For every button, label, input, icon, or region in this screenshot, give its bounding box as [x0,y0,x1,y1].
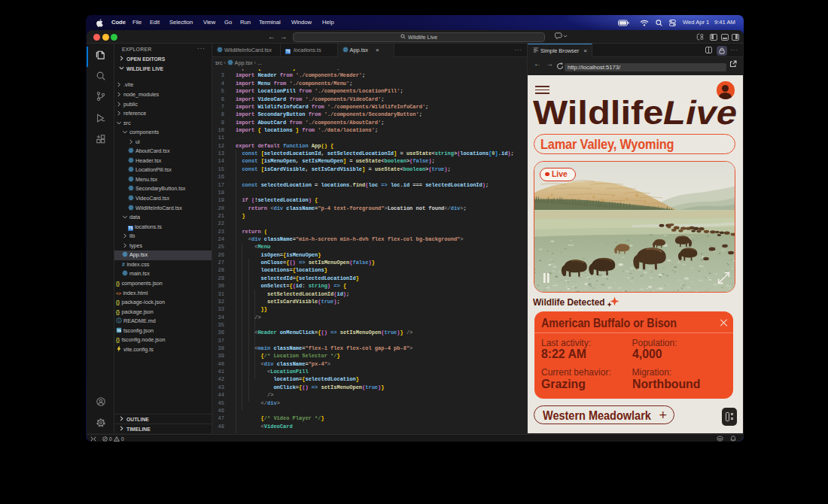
svg-text:TS: TS [117,329,120,332]
